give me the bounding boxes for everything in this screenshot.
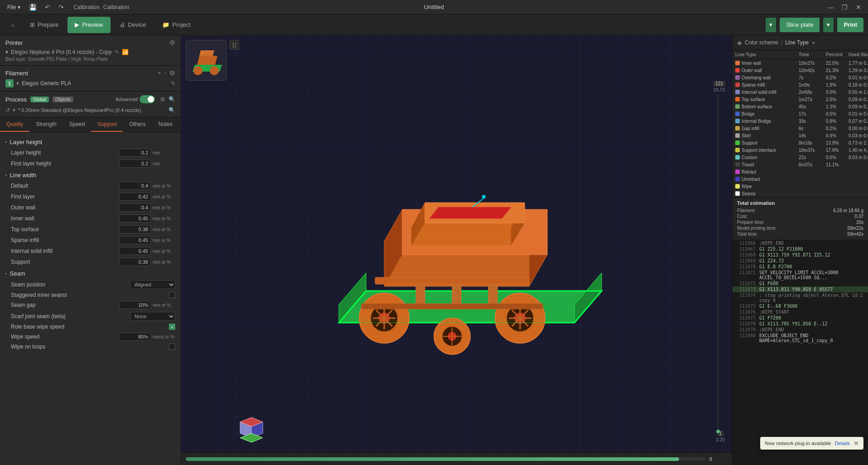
remove-filament-icon[interactable]: − [164, 70, 167, 76]
lt-row[interactable]: Internal solid infill 2m58s 5.0% 0.55 m … [733, 88, 868, 96]
gcode-line[interactable]: 111069G1 Z24.72 [733, 258, 868, 264]
tab-quality[interactable]: Quality [0, 117, 29, 132]
slice-dropdown[interactable]: ▾ [766, 18, 776, 32]
tab-support[interactable]: Support [91, 117, 123, 132]
notification-close[interactable]: ✕ [854, 440, 859, 447]
layer-slider-track[interactable] [718, 94, 719, 433]
gcode-line[interactable]: 111076;WIPE_START [733, 309, 868, 315]
top-surface-input[interactable] [119, 225, 151, 233]
gcode-line[interactable]: 111071SET_VELOCITY_LIMIT ACCEL=3000 ACCE… [733, 270, 868, 281]
notification-link[interactable]: Details [834, 441, 850, 446]
filament-name[interactable]: Elegoo Generic PLA [22, 80, 71, 87]
first-layer-height-input[interactable] [119, 160, 151, 168]
center-view[interactable]: ⟨⟨ 121 24.72 1 0.20 [181, 35, 732, 465]
collapse-arrows[interactable]: ⟨⟨ [229, 40, 239, 50]
gcode-line[interactable]: 111066;WIPE_END [733, 240, 868, 246]
role-base-wipe-checkbox[interactable]: ✓ [169, 324, 175, 330]
redo-button[interactable]: ↷ [56, 3, 66, 12]
minimize-button[interactable]: — [825, 3, 836, 12]
internal-solid-infill-input[interactable] [119, 247, 151, 255]
gcode-line[interactable]: 111067G1 Z25.12 F21000 [733, 246, 868, 252]
lt-row[interactable]: Skirt 14s 0.4% 0.03 m 0.08 g ✓ [733, 132, 868, 139]
gcode-line[interactable]: 111075G1 E-.68 F3600 [733, 303, 868, 309]
tab-preview[interactable]: ▶ Preview [68, 17, 110, 33]
slice-button[interactable]: Slice plate [780, 18, 820, 32]
support-input[interactable] [119, 258, 151, 266]
wipe-on-loops-checkbox[interactable] [169, 344, 175, 350]
undo-button[interactable]: ↶ [43, 3, 53, 12]
color-scheme-dropdown-icon[interactable]: ▾ [812, 40, 815, 45]
gcode-line[interactable]: 111074; stop printing object Aleron.STL … [733, 292, 868, 303]
restore-button[interactable]: ❐ [839, 3, 850, 12]
lt-row[interactable]: Top surface 1m27s 2.5% 0.09 m 0.27 g ✓ [733, 96, 868, 103]
tab-notes[interactable]: Notes [152, 117, 178, 132]
lt-row[interactable]: Overhang wall 7s 0.2% 0.01 m 0.02 g ✓ [733, 74, 868, 81]
lt-row[interactable]: Support interface 10m37s 17.8% 1.40 m 4.… [733, 146, 868, 154]
3d-view[interactable] [181, 35, 732, 465]
lt-row[interactable]: Internal Bridge 33s 0.9% 0.07 m 0.22 g ✓ [733, 117, 868, 125]
tab-others[interactable]: Others [123, 117, 152, 132]
gcode-panel[interactable]: 111066;WIPE_END111067G1 Z25.12 F21000111… [733, 240, 868, 465]
gcode-line[interactable]: 111068G1 X113.759 Y92.871 Z25.12 [733, 252, 868, 258]
seam-position-select[interactable]: Aligned Random Nearest Rear [130, 280, 175, 289]
lt-row[interactable]: Bridge 17s 0.5% 0.01 m 0.04 g ✓ [733, 110, 868, 117]
default-input[interactable] [119, 182, 151, 190]
lt-row[interactable]: Seams ✓ [733, 190, 868, 197]
gcode-line[interactable]: 111080EXCLUDE_OBJECT_END NAME=Aleron.STL… [733, 333, 868, 344]
wipe-speed-input[interactable] [119, 333, 151, 341]
add-filament-icon[interactable]: + [158, 70, 161, 76]
gcode-line[interactable]: 111073G1 X113.811 Y90.859 E 05577 [733, 286, 868, 292]
seam-group-header[interactable]: ▪ Seam [0, 267, 181, 279]
profile-refresh-icon[interactable]: ↺ [5, 107, 10, 113]
tab-prepare[interactable]: ⊞ Prepare [23, 17, 66, 33]
print-dropdown[interactable]: ▾ [823, 18, 834, 32]
lt-row[interactable]: Outer wall 12m42s 21.3% 1.29 m 3.84 g ✓ [733, 67, 868, 74]
profile-name[interactable]: * 0.20mm Standard @Elegoo Neptune4Pro (0… [18, 107, 166, 113]
file-menu[interactable]: File ▾ [5, 3, 23, 11]
tab-device[interactable]: 🖨 Device [112, 17, 154, 33]
lt-row[interactable]: Custom 22s 0.6% 0.03 m 0.09 g ✓ [733, 154, 868, 161]
lt-row[interactable]: Retract ✓ [733, 168, 868, 175]
tag-global[interactable]: Global [30, 97, 49, 102]
filament-gear-icon[interactable]: ⚙ [169, 69, 175, 77]
tab-strength[interactable]: Strength [29, 117, 63, 132]
process-search-icon[interactable]: 🔍 [169, 96, 175, 102]
lt-row[interactable]: Gap infill 6s 0.2% 0.00 m 0.00 g ✓ [733, 125, 868, 132]
staggered-inner-checkbox[interactable] [169, 292, 175, 298]
seam-gap-input[interactable] [119, 301, 151, 309]
lt-row[interactable]: Wipe ✓ [733, 183, 868, 190]
advanced-switch[interactable] [140, 95, 155, 103]
scarf-joint-select[interactable]: None External All [130, 312, 175, 321]
line-width-group-header[interactable]: ▪ Line width [0, 169, 181, 180]
layer-height-group-header[interactable]: ▪ Layer height [0, 136, 181, 147]
first-layer-input[interactable] [119, 193, 151, 201]
sparse-infill-input[interactable] [119, 236, 151, 244]
gcode-line[interactable]: 111072G1 F600 [733, 281, 868, 286]
progress-bar[interactable] [186, 457, 705, 461]
tab-project[interactable]: 📁 Project [155, 17, 198, 33]
outer-wall-input[interactable] [119, 203, 151, 212]
close-button[interactable]: ✕ [854, 3, 863, 12]
profile-search-icon[interactable]: 🔍 [169, 107, 175, 113]
lt-row[interactable]: Travel 6m37s 11.1% ✓ [733, 161, 868, 168]
print-button[interactable]: Print [837, 18, 863, 32]
home-button[interactable]: ⌂ [5, 17, 21, 33]
filament-edit-icon[interactable]: ✎ [171, 80, 175, 87]
gcode-line[interactable]: 111077G1 F7200 [733, 315, 868, 321]
process-grid-icon[interactable]: ⊞ [160, 96, 165, 102]
gcode-line[interactable]: 111070G1 E.8 F2700 [733, 264, 868, 270]
lt-row[interactable]: Unretract ✓ [733, 175, 868, 183]
lt-row[interactable]: Sparse infill 1m9s 1.9% 0.18 m 0.55 g ✓ [733, 81, 868, 88]
printer-gear-icon[interactable]: ⚙ [169, 39, 175, 46]
inner-wall-input[interactable] [119, 214, 151, 223]
layer-slider-handle[interactable] [716, 430, 720, 433]
gcode-line[interactable]: 111079;WIPE_END [733, 327, 868, 333]
layer-height-input[interactable] [119, 149, 151, 157]
lt-row[interactable]: Inner wall 13m27s 22.5% 1.77 m 5.29 g ✓ [733, 59, 868, 67]
edit-icon[interactable]: ✎ [115, 49, 119, 55]
tag-objects[interactable]: Objects [53, 97, 73, 102]
save-button[interactable]: 💾 [27, 3, 39, 12]
gcode-line[interactable]: 111078G1 X113.785 Y91.858 E-.12 [733, 321, 868, 327]
lt-row[interactable]: Support 8m16s 13.9% 0.73 m 2.19 g ✓ [733, 139, 868, 146]
model-thumbnail[interactable] [186, 40, 227, 81]
